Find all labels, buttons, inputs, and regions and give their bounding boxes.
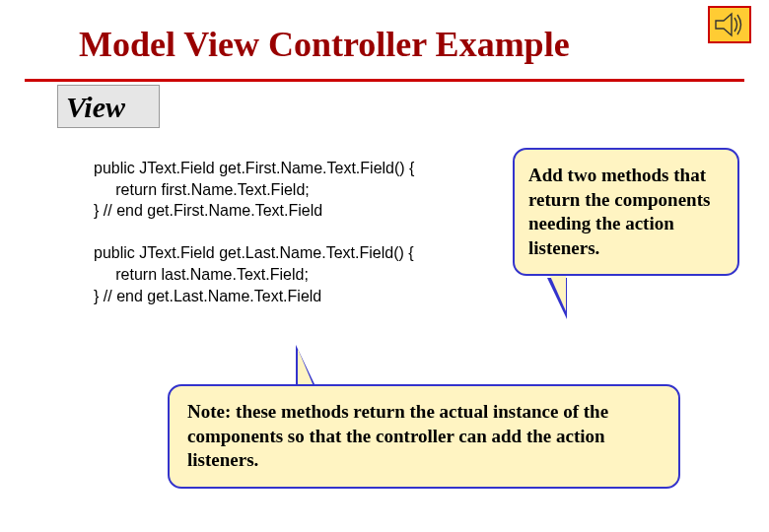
callout-right-tail-fill [550, 276, 566, 311]
callout-bottom: Note: these methods return the actual in… [168, 384, 680, 489]
title-underline [25, 79, 744, 82]
callout-bottom-tail-fill [298, 349, 314, 386]
slide-title: Model View Controller Example [79, 24, 570, 65]
view-label-box: View [57, 85, 160, 128]
code-block: public JText.Field get.First.Name.Text.F… [94, 158, 468, 306]
svg-marker-0 [716, 14, 732, 35]
callout-right: Add two methods that return the componen… [513, 148, 739, 276]
speaker-svg [713, 12, 746, 37]
slide: Model View Controller Example View publi… [0, 0, 769, 532]
speaker-icon[interactable] [708, 6, 751, 43]
